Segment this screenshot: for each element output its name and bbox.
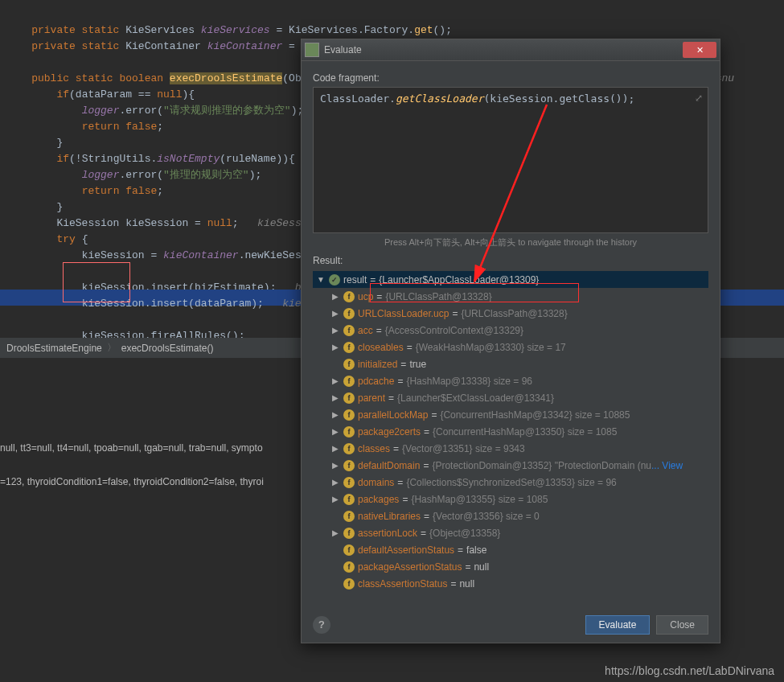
chevron-right-icon[interactable]: ▶ [330,309,340,318]
chevron-right-icon[interactable]: ▶ [330,410,340,419]
code-fragment-label: Code fragment: [313,72,708,84]
field-icon: f [343,477,355,488]
chevron-right-icon[interactable]: ▶ [330,393,340,402]
field-icon: f [343,528,355,539]
dialog-title: Evaluate [324,44,683,55]
tree-row[interactable]: ▶fparent={Launcher$ExtClassLoader@13341} [313,389,708,406]
field-icon: f [343,443,355,454]
chevron-right-icon[interactable]: ▶ [330,528,340,537]
field-icon: f [343,325,355,336]
field-icon: f [343,291,355,302]
tree-row[interactable]: fclassAssertionStatus=null [313,575,708,592]
field-icon: f [343,359,355,370]
tree-row[interactable]: fnativeLibraries={Vector@13356} size = 0 [313,507,708,524]
field-icon: f [343,392,355,404]
chevron-right-icon[interactable]: ▶ [330,495,340,503]
chevron-right-icon[interactable]: ▶ [330,478,340,487]
field-icon: f [343,376,355,387]
result-label: Result: [313,255,708,266]
tree-row[interactable]: ▶fparallelLockMap={ConcurrentHashMap@133… [313,406,708,423]
tree-row[interactable]: ▶fucp={URLClassPath@13328} [313,288,708,305]
evaluate-button[interactable]: Evaluate [585,615,651,635]
field-icon: f [343,409,355,421]
result-icon: ✓ [329,274,340,286]
field-icon: f [343,511,355,522]
evaluate-dialog: Evaluate ✕ Code fragment: ClassLoader.ge… [301,39,720,643]
code-fragment-input[interactable]: ClassLoader.getClassLoader(kieSession.ge… [313,87,708,233]
field-icon: f [343,308,355,319]
help-icon[interactable]: ? [313,616,330,634]
tree-row[interactable]: ▶fassertionLock={Object@13358} [313,524,708,541]
chevron-right-icon[interactable]: ▶ [330,427,340,436]
nav-hint: Press Alt+向下箭头, Alt+向上箭头 to navigate thr… [313,233,708,252]
field-icon: f [343,578,355,590]
tree-row[interactable]: ▶facc={AccessControlContext@13329} [313,322,708,339]
watermark: https://blog.csdn.net/LabDNirvana [605,664,774,677]
tree-row[interactable]: ▶fpackage2certs={ConcurrentHashMap@13350… [313,423,708,440]
tree-row[interactable]: ▶fdefaultDomain={ProtectionDomain@13352}… [313,457,708,474]
chevron-right-icon[interactable]: ▶ [330,343,340,351]
tree-root[interactable]: ▼ ✓ result = {Launcher$AppClassLoader@13… [313,271,708,288]
tree-row[interactable]: ▶fpdcache={HashMap@13338} size = 96 [313,372,708,389]
close-button[interactable]: Close [656,615,708,635]
field-icon: f [343,544,355,556]
expand-icon[interactable]: ⤢ [695,92,703,104]
tree-row[interactable]: ▶fpackages={HashMap@13355} size = 1085 [313,491,708,507]
field-icon: f [343,561,355,573]
breadcrumb-method[interactable]: execDroolsEstimate() [121,343,214,354]
tree-row[interactable]: ▶fURLClassLoader.ucp={URLClassPath@13328… [313,305,708,322]
breadcrumb-class[interactable]: DroolsEstimateEngine [6,343,102,354]
tree-row[interactable]: ▶fdomains={Collections$SynchronizedSet@1… [313,474,708,491]
result-tree[interactable]: ▼ ✓ result = {Launcher$AppClassLoader@13… [313,269,708,607]
watch-line-2: =123, thyroidCondition1=false, thyroidCo… [0,476,264,487]
chevron-right-icon[interactable]: ▶ [330,444,340,453]
chevron-right-icon[interactable]: ▶ [330,461,340,470]
field-icon: f [343,342,355,353]
view-link[interactable]: ... View [651,460,683,471]
field-icon: f [343,460,355,471]
tree-row[interactable]: ▶fcloseables={WeakHashMap@13330} size = … [313,339,708,355]
chevron-down-icon[interactable]: ▼ [316,275,326,284]
tree-row[interactable]: finitialized=true [313,355,708,372]
watch-line-1: null, tt3=null, tt4=null, tpoab=null, tg… [0,442,263,454]
tree-row[interactable]: fpackageAssertionStatus=null [313,558,708,575]
chevron-right-icon[interactable]: ▶ [330,376,340,385]
chevron-right-icon[interactable]: ▶ [330,292,340,301]
tree-row[interactable]: ▶fclasses={Vector@13351} size = 9343 [313,440,708,457]
tree-row[interactable]: fdefaultAssertionStatus=false [313,541,708,558]
chevron-right-icon[interactable]: ▶ [330,326,340,335]
close-icon[interactable]: ✕ [683,42,716,58]
field-icon: f [343,494,355,505]
field-icon: f [343,426,355,438]
dialog-titlebar[interactable]: Evaluate ✕ [302,39,720,61]
dialog-icon [305,43,319,57]
